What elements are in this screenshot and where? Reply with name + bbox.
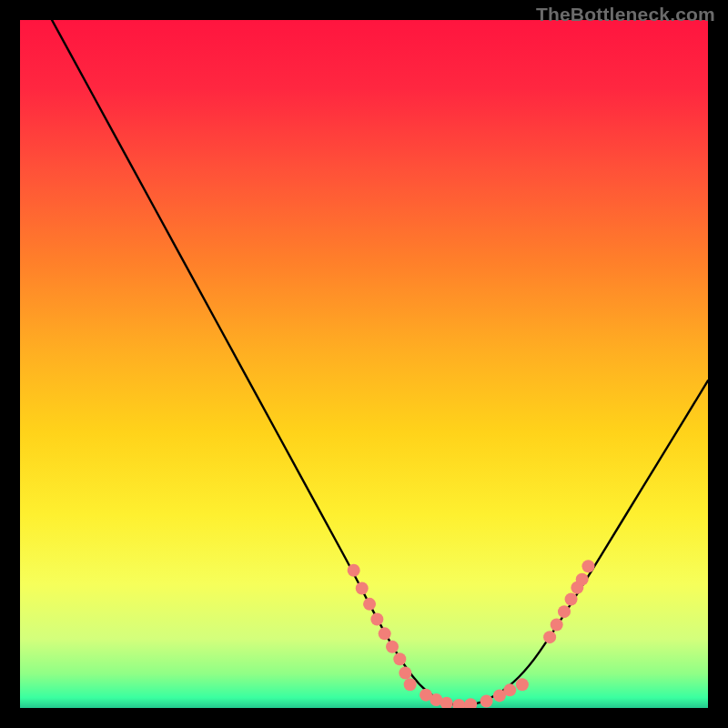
marker-group <box>348 560 595 708</box>
curve-marker <box>558 605 571 618</box>
plot-area <box>20 20 708 708</box>
curve-marker <box>404 678 417 691</box>
curve-marker <box>386 641 399 653</box>
curve-marker <box>543 631 556 643</box>
curve-marker <box>516 678 529 691</box>
chart-stage: TheBottleneck.com <box>0 0 728 728</box>
curve-marker <box>399 666 411 679</box>
curve-marker <box>581 560 594 572</box>
curve-marker <box>393 652 406 665</box>
curve-marker <box>576 573 589 586</box>
curve-layer <box>20 20 708 708</box>
curve-marker <box>503 683 516 696</box>
curve-marker <box>348 564 360 577</box>
watermark-text: TheBottleneck.com <box>536 4 715 25</box>
curve-marker <box>379 627 391 640</box>
curve-marker <box>452 699 465 708</box>
curve-marker <box>480 694 493 707</box>
curve-marker <box>565 593 578 606</box>
curve-marker <box>551 619 563 632</box>
curve-marker <box>363 598 376 611</box>
curve-marker <box>464 698 477 708</box>
curve-marker <box>356 581 369 594</box>
curve-marker <box>370 612 383 625</box>
